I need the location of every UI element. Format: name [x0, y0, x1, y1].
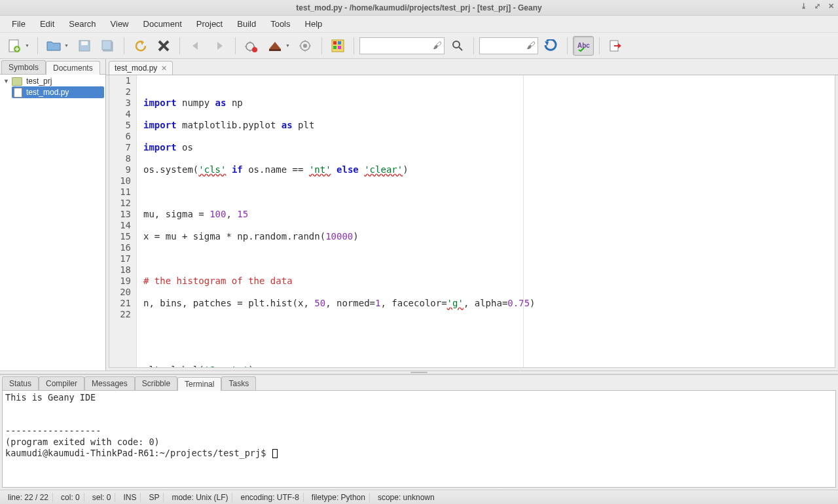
- sidebar-tabs: Symbols Documents: [0, 59, 105, 74]
- svg-point-7: [252, 47, 257, 52]
- close-icon[interactable]: ✕: [828, 2, 834, 10]
- editor-tab-label: test_mod.py: [115, 63, 157, 73]
- build-button[interactable]: [264, 36, 285, 56]
- toolbar: ▼ ▼ ▼ 🖌 🖌 Abc: [0, 33, 838, 59]
- brush-icon: 🖌: [526, 40, 536, 50]
- menu-file[interactable]: File: [5, 17, 32, 31]
- build-dropdown[interactable]: ▼: [285, 43, 290, 48]
- menu-tools[interactable]: Tools: [264, 17, 297, 31]
- color-chooser-button[interactable]: [327, 36, 348, 56]
- menu-document[interactable]: Document: [137, 17, 189, 31]
- tab-symbols[interactable]: Symbols: [1, 60, 46, 74]
- close-file-button[interactable]: [153, 36, 174, 56]
- svg-rect-12: [338, 41, 341, 45]
- terminal-output: This is Geany IDE ------------------ (pr…: [5, 392, 160, 447]
- goto-button[interactable]: [541, 36, 562, 56]
- status-sel: sel: 0: [88, 493, 116, 502]
- new-file-dropdown[interactable]: ▼: [25, 43, 29, 48]
- code-area[interactable]: import numpy as np import matplotlib.pyp…: [137, 75, 835, 367]
- margin-guide: [523, 75, 524, 367]
- new-file-button[interactable]: [4, 36, 25, 56]
- editor-tab[interactable]: test_mod.py ✕: [109, 61, 173, 75]
- menu-search[interactable]: Search: [62, 17, 102, 31]
- tab-status[interactable]: Status: [2, 376, 39, 390]
- editor-tabstrip: test_mod.py ✕: [106, 59, 838, 75]
- status-line: line: 22 / 22: [4, 493, 53, 502]
- content: Symbols Documents ▼ test_prj test_mod.py…: [0, 59, 838, 370]
- terminal[interactable]: This is Geany IDE ------------------ (pr…: [2, 390, 836, 488]
- execute-button[interactable]: [295, 36, 316, 56]
- save-all-button[interactable]: [98, 36, 118, 56]
- terminal-prompt: kaumudi@kaumudi-ThinkPad-R61:~/projects/…: [5, 448, 271, 458]
- tree-file-row[interactable]: test_mod.py: [12, 86, 104, 98]
- tab-messages[interactable]: Messages: [84, 376, 135, 390]
- svg-rect-13: [333, 46, 337, 49]
- project-name: test_prj: [26, 77, 52, 86]
- status-mode: mode: Unix (LF): [168, 493, 232, 502]
- compile-button[interactable]: [241, 36, 262, 56]
- nav-back-button[interactable]: [185, 36, 206, 56]
- open-file-dropdown[interactable]: ▼: [64, 43, 69, 48]
- menubar: File Edit Search View Document Project B…: [0, 16, 838, 33]
- status-encoding: encoding: UTF-8: [236, 493, 303, 502]
- tab-documents[interactable]: Documents: [46, 61, 100, 75]
- close-tab-icon[interactable]: ✕: [161, 64, 167, 73]
- tab-scribble[interactable]: Scribble: [135, 376, 177, 390]
- svg-rect-5: [102, 41, 111, 50]
- goto-input[interactable]: 🖌: [479, 37, 538, 54]
- menu-help[interactable]: Help: [299, 17, 329, 31]
- menu-view[interactable]: View: [104, 17, 136, 31]
- status-filetype: filetype: Python: [308, 493, 370, 502]
- svg-point-9: [303, 44, 307, 48]
- bottom-panel: Status Compiler Messages Scribble Termin…: [0, 374, 838, 490]
- sidebar: Symbols Documents ▼ test_prj test_mod.py: [0, 59, 106, 370]
- svg-rect-14: [338, 46, 341, 49]
- file-icon: [14, 87, 24, 97]
- svg-rect-3: [81, 41, 88, 45]
- document-tree[interactable]: ▼ test_prj test_mod.py: [0, 74, 105, 370]
- line-gutter: 12345678910111213141516171819202122: [109, 75, 137, 367]
- status-sp: SP: [145, 493, 164, 502]
- terminal-cursor: [272, 449, 278, 458]
- maximize-icon[interactable]: ⤢: [814, 2, 820, 10]
- disclosure-icon[interactable]: ▼: [3, 78, 10, 84]
- menu-build[interactable]: Build: [230, 17, 263, 31]
- statusbar: line: 22 / 22 col: 0 sel: 0 INS SP mode:…: [0, 490, 838, 504]
- file-name: test_mod.py: [26, 88, 69, 97]
- editor-area: test_mod.py ✕ 12345678910111213141516171…: [106, 59, 838, 370]
- tab-compiler[interactable]: Compiler: [39, 376, 84, 390]
- tab-tasks[interactable]: Tasks: [221, 376, 256, 390]
- status-ins: INS: [119, 493, 141, 502]
- menu-edit[interactable]: Edit: [33, 17, 61, 31]
- minimize-icon[interactable]: ⤓: [801, 2, 807, 10]
- window-title: test_mod.py - /home/kaumudi/projects/tes…: [296, 3, 541, 12]
- svg-point-15: [453, 41, 460, 48]
- menu-project[interactable]: Project: [190, 17, 229, 31]
- folder-icon: [12, 77, 24, 86]
- titlebar: test_mod.py - /home/kaumudi/projects/tes…: [0, 0, 838, 16]
- nav-forward-button[interactable]: [209, 36, 230, 56]
- revert-button[interactable]: [130, 36, 151, 56]
- bottom-tabs: Status Compiler Messages Scribble Termin…: [0, 375, 838, 390]
- quit-button[interactable]: [605, 36, 626, 56]
- tab-terminal[interactable]: Terminal: [177, 377, 221, 391]
- status-scope: scope: unknown: [374, 493, 439, 502]
- find-input[interactable]: 🖌: [359, 37, 445, 54]
- code-editor[interactable]: 12345678910111213141516171819202122 impo…: [109, 75, 835, 368]
- brush-icon: 🖌: [433, 40, 442, 50]
- tree-project-row[interactable]: ▼ test_prj: [1, 76, 104, 86]
- svg-rect-11: [333, 41, 337, 45]
- save-button[interactable]: [74, 36, 95, 56]
- open-file-button[interactable]: [43, 36, 64, 56]
- find-button[interactable]: [447, 36, 468, 56]
- spellcheck-toggle[interactable]: Abc: [573, 36, 594, 56]
- status-col: col: 0: [57, 493, 84, 502]
